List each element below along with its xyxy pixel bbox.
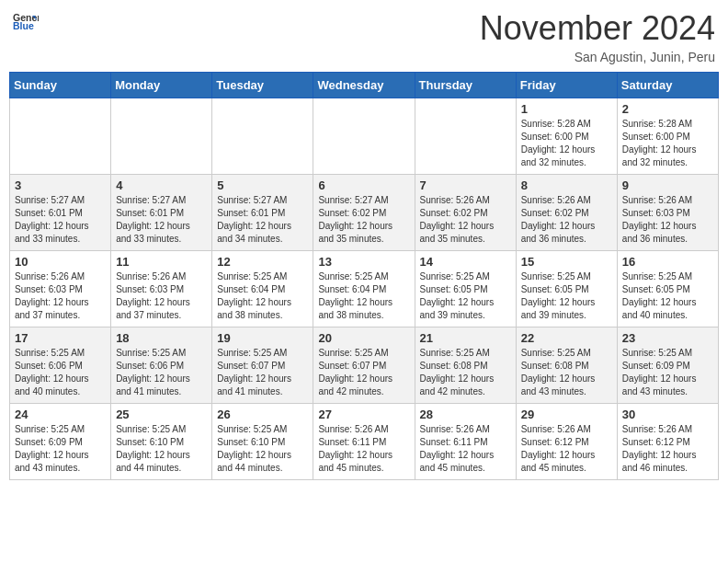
month-title: November 2024 (480, 9, 715, 48)
page-header: General Blue November 2024 San Agustin, … (9, 9, 719, 64)
day-info: Sunrise: 5:26 AMSunset: 6:12 PMDaylight:… (622, 423, 713, 475)
day-cell: 22Sunrise: 5:25 AMSunset: 6:08 PMDayligh… (516, 327, 617, 404)
day-number: 8 (521, 178, 612, 192)
day-info: Sunrise: 5:26 AMSunset: 6:03 PMDaylight:… (116, 270, 207, 322)
day-number: 6 (318, 178, 409, 192)
day-info: Sunrise: 5:26 AMSunset: 6:03 PMDaylight:… (15, 270, 106, 322)
day-info: Sunrise: 5:26 AMSunset: 6:02 PMDaylight:… (521, 194, 612, 246)
week-row-3: 10Sunrise: 5:26 AMSunset: 6:03 PMDayligh… (10, 251, 719, 327)
day-cell: 1Sunrise: 5:28 AMSunset: 6:00 PMDaylight… (516, 98, 617, 175)
day-number: 1 (521, 102, 612, 116)
day-info: Sunrise: 5:26 AMSunset: 6:11 PMDaylight:… (318, 423, 409, 475)
day-number: 27 (318, 408, 409, 421)
day-cell: 7Sunrise: 5:26 AMSunset: 6:02 PMDaylight… (415, 175, 516, 251)
weekday-header-thursday: Thursday (415, 73, 516, 98)
day-number: 22 (521, 331, 612, 345)
day-cell: 17Sunrise: 5:25 AMSunset: 6:06 PMDayligh… (10, 327, 111, 404)
svg-text:Blue: Blue (13, 20, 34, 31)
day-info: Sunrise: 5:25 AMSunset: 6:08 PMDaylight:… (521, 347, 612, 398)
location: San Agustin, Junin, Peru (480, 50, 715, 64)
day-cell (10, 98, 111, 175)
day-cell: 12Sunrise: 5:25 AMSunset: 6:04 PMDayligh… (212, 251, 313, 327)
day-cell: 24Sunrise: 5:25 AMSunset: 6:09 PMDayligh… (10, 404, 111, 480)
day-info: Sunrise: 5:25 AMSunset: 6:07 PMDaylight:… (217, 347, 308, 398)
weekday-header-row: SundayMondayTuesdayWednesdayThursdayFrid… (10, 73, 719, 98)
day-number: 21 (420, 331, 511, 345)
day-info: Sunrise: 5:25 AMSunset: 6:04 PMDaylight:… (217, 270, 308, 322)
day-cell: 15Sunrise: 5:25 AMSunset: 6:05 PMDayligh… (516, 251, 617, 327)
day-info: Sunrise: 5:25 AMSunset: 6:06 PMDaylight:… (15, 347, 106, 398)
weekday-header-tuesday: Tuesday (212, 73, 313, 98)
weekday-header-monday: Monday (111, 73, 212, 98)
day-cell (212, 98, 313, 175)
day-cell: 26Sunrise: 5:25 AMSunset: 6:10 PMDayligh… (212, 404, 313, 480)
day-info: Sunrise: 5:27 AMSunset: 6:02 PMDaylight:… (318, 194, 409, 246)
day-number: 13 (318, 255, 409, 269)
day-info: Sunrise: 5:25 AMSunset: 6:05 PMDaylight:… (622, 270, 713, 322)
day-cell: 30Sunrise: 5:26 AMSunset: 6:12 PMDayligh… (617, 404, 718, 480)
day-cell: 14Sunrise: 5:25 AMSunset: 6:05 PMDayligh… (415, 251, 516, 327)
day-info: Sunrise: 5:25 AMSunset: 6:07 PMDaylight:… (318, 347, 409, 398)
day-number: 25 (116, 408, 207, 421)
week-row-4: 17Sunrise: 5:25 AMSunset: 6:06 PMDayligh… (10, 327, 719, 404)
day-cell (313, 98, 415, 175)
day-cell: 19Sunrise: 5:25 AMSunset: 6:07 PMDayligh… (212, 327, 313, 404)
day-number: 10 (15, 255, 106, 269)
day-cell (415, 98, 516, 175)
day-info: Sunrise: 5:25 AMSunset: 6:04 PMDaylight:… (318, 270, 409, 322)
day-cell: 21Sunrise: 5:25 AMSunset: 6:08 PMDayligh… (415, 327, 516, 404)
weekday-header-friday: Friday (516, 73, 617, 98)
day-number: 28 (420, 408, 511, 421)
day-number: 17 (15, 331, 106, 345)
day-info: Sunrise: 5:25 AMSunset: 6:08 PMDaylight:… (420, 347, 511, 398)
day-number: 19 (217, 331, 308, 345)
day-cell: 27Sunrise: 5:26 AMSunset: 6:11 PMDayligh… (313, 404, 415, 480)
day-number: 30 (622, 408, 713, 421)
week-row-2: 3Sunrise: 5:27 AMSunset: 6:01 PMDaylight… (10, 175, 719, 251)
weekday-header-wednesday: Wednesday (313, 73, 415, 98)
day-number: 18 (116, 331, 207, 345)
day-number: 2 (622, 102, 713, 116)
day-number: 26 (217, 408, 308, 421)
day-info: Sunrise: 5:25 AMSunset: 6:05 PMDaylight:… (420, 270, 511, 322)
day-cell: 10Sunrise: 5:26 AMSunset: 6:03 PMDayligh… (10, 251, 111, 327)
day-number: 29 (521, 408, 612, 421)
day-cell: 8Sunrise: 5:26 AMSunset: 6:02 PMDaylight… (516, 175, 617, 251)
day-number: 11 (116, 255, 207, 269)
day-number: 14 (420, 255, 511, 269)
day-info: Sunrise: 5:25 AMSunset: 6:06 PMDaylight:… (116, 347, 207, 398)
day-info: Sunrise: 5:26 AMSunset: 6:02 PMDaylight:… (420, 194, 511, 246)
day-number: 23 (622, 331, 713, 345)
day-cell: 13Sunrise: 5:25 AMSunset: 6:04 PMDayligh… (313, 251, 415, 327)
day-info: Sunrise: 5:25 AMSunset: 6:09 PMDaylight:… (622, 347, 713, 398)
week-row-5: 24Sunrise: 5:25 AMSunset: 6:09 PMDayligh… (10, 404, 719, 480)
day-info: Sunrise: 5:28 AMSunset: 6:00 PMDaylight:… (622, 118, 713, 169)
calendar-table: SundayMondayTuesdayWednesdayThursdayFrid… (9, 72, 719, 480)
day-cell: 28Sunrise: 5:26 AMSunset: 6:11 PMDayligh… (415, 404, 516, 480)
day-number: 9 (622, 178, 713, 192)
day-info: Sunrise: 5:26 AMSunset: 6:03 PMDaylight:… (622, 194, 713, 246)
day-cell: 3Sunrise: 5:27 AMSunset: 6:01 PMDaylight… (10, 175, 111, 251)
week-row-1: 1Sunrise: 5:28 AMSunset: 6:00 PMDaylight… (10, 98, 719, 175)
day-number: 15 (521, 255, 612, 269)
day-info: Sunrise: 5:27 AMSunset: 6:01 PMDaylight:… (116, 194, 207, 246)
day-info: Sunrise: 5:25 AMSunset: 6:10 PMDaylight:… (116, 423, 207, 475)
day-number: 5 (217, 178, 308, 192)
day-info: Sunrise: 5:26 AMSunset: 6:12 PMDaylight:… (521, 423, 612, 475)
weekday-header-saturday: Saturday (617, 73, 718, 98)
day-info: Sunrise: 5:26 AMSunset: 6:11 PMDaylight:… (420, 423, 511, 475)
day-cell: 18Sunrise: 5:25 AMSunset: 6:06 PMDayligh… (111, 327, 212, 404)
day-info: Sunrise: 5:27 AMSunset: 6:01 PMDaylight:… (217, 194, 308, 246)
day-number: 7 (420, 178, 511, 192)
day-cell: 29Sunrise: 5:26 AMSunset: 6:12 PMDayligh… (516, 404, 617, 480)
day-info: Sunrise: 5:25 AMSunset: 6:10 PMDaylight:… (217, 423, 308, 475)
day-number: 16 (622, 255, 713, 269)
logo: General Blue (13, 9, 39, 35)
day-info: Sunrise: 5:25 AMSunset: 6:05 PMDaylight:… (521, 270, 612, 322)
day-number: 3 (15, 178, 106, 192)
title-block: November 2024 San Agustin, Junin, Peru (480, 9, 715, 64)
day-cell: 6Sunrise: 5:27 AMSunset: 6:02 PMDaylight… (313, 175, 415, 251)
day-cell: 4Sunrise: 5:27 AMSunset: 6:01 PMDaylight… (111, 175, 212, 251)
day-cell: 20Sunrise: 5:25 AMSunset: 6:07 PMDayligh… (313, 327, 415, 404)
day-cell (111, 98, 212, 175)
